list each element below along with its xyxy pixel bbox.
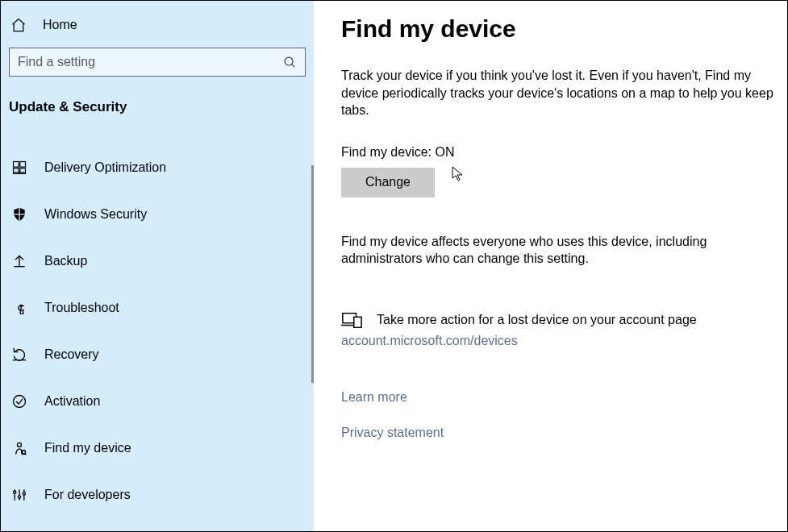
action-block: Take more action for a lost device on yo… [341,311,776,348]
learn-more-link[interactable]: Learn more [341,390,776,405]
nav-list: Delivery Optimization Windows Security [1,127,314,518]
developers-icon [10,487,28,503]
page-description: Track your device if you think you've lo… [341,67,776,119]
change-button[interactable]: Change [341,168,435,197]
category-title: Update & Security [1,77,314,127]
scope-note: Find my device affects everyone who uses… [341,233,761,268]
svg-point-13 [18,443,22,447]
home-icon [10,17,27,33]
svg-rect-3 [20,162,26,168]
sidebar-item-troubleshoot[interactable]: Troubleshoot [1,285,314,331]
sidebar-item-label: Find my device [44,441,131,455]
sidebar-item-label: Troubleshoot [44,301,119,315]
find-my-device-icon [10,440,28,456]
activation-icon [10,393,28,409]
svg-rect-2 [14,162,19,168]
sidebar-item-label: Windows Security [44,207,147,222]
svg-rect-5 [20,168,26,174]
svg-rect-24 [354,317,361,327]
sidebar-item-find-my-device[interactable]: Find my device [1,425,314,472]
sidebar-item-recovery[interactable]: Recovery [1,331,314,378]
recovery-icon [10,347,28,363]
sidebar-item-home[interactable]: Home [1,9,314,48]
sidebar-item-windows-security[interactable]: Windows Security [1,191,314,238]
privacy-statement-link[interactable]: Privacy statement [341,426,776,440]
backup-icon [10,253,28,269]
sidebar-item-label: Backup [44,254,87,268]
page-title: Find my device [341,15,776,43]
svg-point-0 [285,57,293,65]
home-label: Home [43,18,77,32]
svg-rect-8 [14,214,24,214]
svg-line-1 [292,64,295,67]
svg-point-12 [14,396,26,408]
sidebar-item-activation[interactable]: Activation [1,378,314,425]
scrollbar[interactable] [311,165,314,383]
search-input[interactable] [18,55,269,69]
action-text: Take more action for a lost device on yo… [377,313,697,327]
account-devices-link[interactable]: account.microsoft.com/devices [341,334,776,348]
sidebar-item-label: Activation [44,394,100,409]
shield-icon [10,206,28,222]
search-icon [283,56,297,69]
sidebar-item-backup[interactable]: Backup [1,238,314,285]
sidebar: Home Update & Security Deliv [1,1,314,531]
main-content: Find my device Track your device if you … [314,1,787,531]
svg-point-21 [23,493,25,495]
svg-point-19 [18,496,20,498]
sidebar-item-label: Delivery Optimization [44,160,166,175]
svg-point-17 [14,491,16,493]
search-box[interactable] [9,48,306,77]
sidebar-item-label: Recovery [44,347,99,362]
wrench-icon [10,300,28,316]
sidebar-item-label: For developers [44,488,131,502]
status-text: Find my device: ON [341,145,776,160]
svg-rect-4 [14,168,19,174]
sidebar-item-for-developers[interactable]: For developers [1,472,314,518]
delivery-optimization-icon [10,160,28,176]
sidebar-item-delivery-optimization[interactable]: Delivery Optimization [1,144,314,191]
devices-icon [341,311,362,329]
svg-line-15 [25,454,27,455]
